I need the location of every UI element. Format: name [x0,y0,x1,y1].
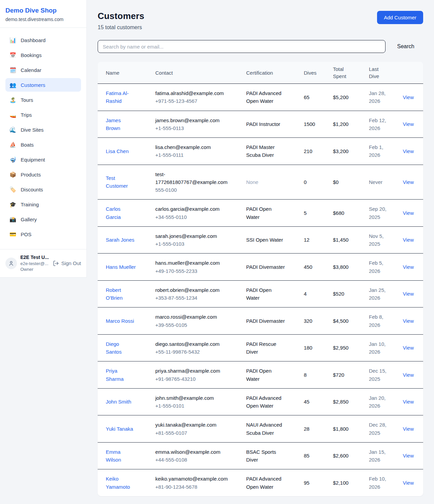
view-customer-link[interactable]: View [403,210,414,216]
customer-email: john.smith@example.com [155,394,233,402]
table-row: Test Customer test-1772681807767@example… [98,165,423,200]
table-row: Priya Sharma priya.sharma@example.com +9… [98,361,423,389]
customer-phone: +1-555-0101 [155,402,233,410]
view-customer-link[interactable]: View [403,94,414,100]
nav-item-icon: 📦 [9,171,16,178]
customer-last-dive: Jan 28, 2026 [369,90,386,104]
sidebar-item-pos[interactable]: 💳 POS [5,227,81,241]
nav-item-label: Equipment [21,157,45,163]
view-customer-link[interactable]: View [403,264,414,270]
nav-item-icon: 🗓️ [9,67,16,73]
customer-certification: PADI Advanced Open Water [246,394,286,410]
customer-name-link[interactable]: Diego Santos [106,340,136,356]
customer-name-link[interactable]: Priya Sharma [106,367,136,383]
customer-email: lisa.chen@example.com [155,143,233,151]
customer-name-link[interactable]: Test Customer [106,174,136,190]
customer-dives: 65 [304,94,310,100]
nav-item-label: Dive Sites [21,127,44,133]
view-customer-link[interactable]: View [403,291,414,297]
customer-total-spent: $2,600 [333,453,349,459]
customer-name-link[interactable]: Keiko Yamamoto [106,475,136,491]
main-content: Customers 15 total customers Add Custome… [87,0,434,504]
customer-name-link[interactable]: James Brown [106,116,136,132]
sidebar-item-equipment[interactable]: 🤿 Equipment [5,153,81,166]
customer-phone: +91-98765-43210 [155,375,233,383]
view-customer-link[interactable]: View [403,453,414,459]
table-row: Sarah Jones sarah.jones@example.com +1-5… [98,226,423,254]
sidebar-item-dive-sites[interactable]: 🌊 Dive Sites [5,123,81,136]
customer-email: james.brown@example.com [155,116,233,124]
customer-name-link[interactable]: Sarah Jones [106,236,134,244]
nav-item-label: Trips [21,112,32,118]
nav-item-label: Discounts [21,187,43,192]
sidebar-item-trips[interactable]: 🚤 Trips [5,108,81,122]
customer-dives: 8 [304,372,307,378]
column-header: Contact [147,62,238,84]
table-row: Keiko Yamamoto keiko.yamamoto@example.co… [98,469,423,496]
view-customer-link[interactable]: View [403,399,414,405]
table-row: John Smith john.smith@example.com +1-555… [98,388,423,415]
customer-phone: 555-0100 [155,186,233,194]
customer-phone: +34-555-0110 [155,213,233,221]
customer-dives: 1500 [304,121,315,127]
customers-table: NameContactCertificationDivesTotal Spent… [98,62,423,496]
customer-dives: 12 [304,237,310,243]
sidebar-item-training[interactable]: 🎓 Training [5,198,81,211]
customer-name-link[interactable]: John Smith [106,398,131,406]
sidebar-item-products[interactable]: 📦 Products [5,168,81,181]
table-row: Robert O'Brien robert.obrien@example.com… [98,280,423,307]
customer-certification: PADI Master Scuba Diver [246,143,286,159]
view-customer-link[interactable]: View [403,121,414,127]
nav-item-label: Boats [21,142,34,148]
customer-name-link[interactable]: Robert O'Brien [106,286,136,302]
nav-item-icon: 💳 [9,231,16,238]
nav-item-icon: 🏷️ [9,186,16,193]
customer-total-spent: $0 [333,179,339,185]
customer-name-link[interactable]: Yuki Tanaka [106,425,133,433]
customers-table-card: NameContactCertificationDivesTotal Spent… [98,62,423,496]
user-info: E2E Test U... e2e-tester@... Owner [20,254,50,273]
view-customer-link[interactable]: View [403,345,414,351]
customer-name-link[interactable]: Emma Wilson [106,448,136,464]
customer-certification: SSI Open Water [246,236,283,244]
add-customer-button[interactable]: Add Customer [377,11,423,24]
sidebar-item-boats[interactable]: ⛵ Boats [5,138,81,151]
customer-last-dive: Dec 15, 2025 [369,368,387,381]
customer-total-spent: $3,200 [333,148,349,154]
customer-dives: 45 [304,399,310,405]
view-customer-link[interactable]: View [403,372,414,378]
sidebar-item-customers[interactable]: 👥 Customers [5,78,81,92]
customer-name-link[interactable]: Carlos Garcia [106,205,136,221]
view-customer-link[interactable]: View [403,148,414,154]
sidebar-item-calendar[interactable]: 🗓️ Calendar [5,63,81,77]
customer-total-spent: $2,850 [333,399,349,405]
search-input[interactable] [98,40,386,53]
customer-email: diego.santos@example.com [155,340,233,348]
search-button[interactable]: Search [386,43,423,50]
sidebar-item-discounts[interactable]: 🏷️ Discounts [5,183,81,196]
shop-name: Demo Dive Shop [5,7,81,14]
view-customer-link[interactable]: View [403,179,414,185]
view-customer-link[interactable]: View [403,480,414,486]
customer-name-link[interactable]: Marco Rossi [106,317,134,325]
view-customer-link[interactable]: View [403,318,414,324]
customer-name-link[interactable]: Hans Mueller [106,263,136,271]
customer-name-link[interactable]: Fatima Al-Rashid [106,89,136,105]
sidebar-item-tours[interactable]: 🏝️ Tours [5,93,81,107]
customer-email: carlos.garcia@example.com [155,205,233,213]
sidebar-item-bookings[interactable]: 📅 Bookings [5,48,81,62]
sidebar-item-dashboard[interactable]: 📊 Dashboard [5,33,81,47]
column-header: Certification [238,62,296,84]
customer-name-link[interactable]: Lisa Chen [106,147,129,155]
customer-last-dive: Never [369,179,382,185]
sidebar-item-gallery[interactable]: 📸 Gallery [5,212,81,226]
view-customer-link[interactable]: View [403,237,414,243]
sign-out-button[interactable]: Sign Out [53,260,81,266]
customer-email: robert.obrien@example.com [155,286,233,294]
customer-last-dive: Nov 5, 2025 [369,233,383,247]
column-header-actions [395,62,423,84]
column-header: Last Dive [361,62,395,84]
nav-item-icon: 🤿 [9,156,16,163]
view-customer-link[interactable]: View [403,426,414,432]
nav-item-label: Customers [21,82,45,88]
